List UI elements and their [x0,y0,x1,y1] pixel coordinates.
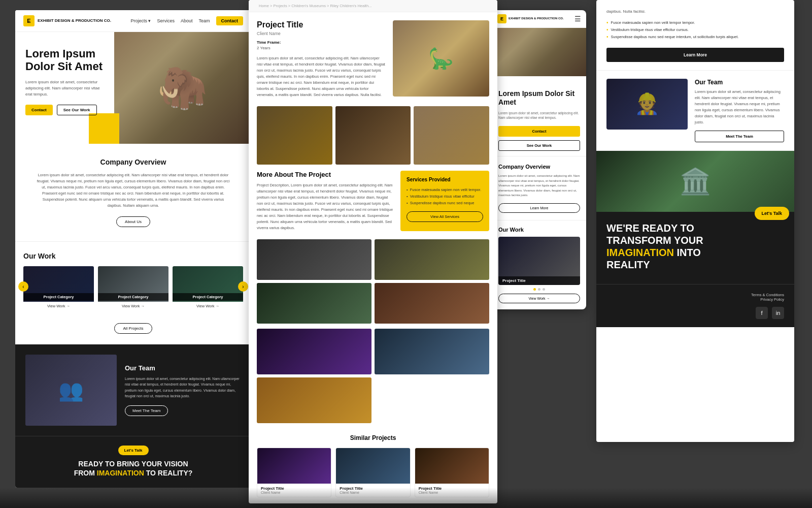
dot-3[interactable] [543,288,545,291]
work-grid: ‹ Project Category View Work → Project C… [23,266,243,317]
nav-team[interactable]: Team [198,18,210,23]
left-panel-desktop: E EXHIBIT DESIGN & PRODUCTION CO. Projec… [15,10,251,488]
far-cta-heading: WE'RE READY TO TRANSFORM YOUR IMAGINATIO… [606,222,784,271]
hero-title: Lorem Ipsum Dolor Sit Amet [25,47,104,73]
logo-box: E [23,15,35,26]
bullet-text-2: Vestibulum tristique risus vitae efficit… [611,27,689,32]
gallery-image-9 [375,329,489,374]
work-card-link-3[interactable]: View Work → [173,304,243,308]
hero-buttons: Contact See Our Work [25,105,104,115]
bullet-dot-2: • [606,27,608,33]
team-title: Our Team [125,364,241,372]
footer-privacy[interactable]: Privacy Policy [606,297,784,302]
ready-cta-section: Let's Talk READY TO BRING YOUR VISION FR… [15,436,251,488]
project-header-image: 🦕 [393,20,489,97]
lets-talk-bubble[interactable]: Let's Talk [118,446,149,455]
far-team-image-content: 👷 [606,79,688,130]
nav-about[interactable]: About [181,18,193,23]
hero-work-button[interactable]: See Our Work [57,105,97,115]
project-gallery-row1 [249,106,497,171]
work-card-link-2[interactable]: View Work → [98,304,168,308]
mobile-hero: Lorem Ipsum Dolor Sit Amet Lorem ipsum d… [492,82,586,156]
footer-terms[interactable]: Terms & Conditions [606,293,784,297]
work-card-label-1: Project Category [23,293,94,301]
ready-line1: READY TO BRING YOUR VISION [78,460,188,468]
far-cta-line3: INTO [677,247,701,258]
project-header-left: Project Title Client Name Time Frame: 2 … [257,20,386,98]
ready-text: READY TO BRING YOUR VISION FROM IMAGINAT… [25,459,241,478]
work-card-3: Project Category View Work → [173,266,243,317]
far-team-image: 👷 [606,79,688,130]
client-name: Client Name [257,31,386,36]
mobile-nav: E EXHIBIT DESIGN & PRODUCTION CO. ☰ [492,10,586,28]
mobile-contact-button[interactable]: Contact [498,126,580,137]
similar-project-title-2: Project Title [340,486,406,491]
similar-grid: Project Title Client Name Project Title … [257,448,489,497]
bullet-item-2: • Vestibulum tristique risus vitae effic… [606,26,784,34]
facebook-icon[interactable]: f [756,307,768,319]
project-header: Project Title Client Name Time Frame: 2 … [249,12,497,106]
gallery-image-8 [257,329,371,374]
far-right-bullet-list: • Fusce malesuada sapien non velit tempo… [606,19,784,41]
nav-links: Projects ▾ Services About Team Contact [130,16,243,25]
mobile-hero-title: Lorem Ipsum Dolor Sit Amet [498,89,580,107]
meet-team-button[interactable]: Meet The Team [125,405,168,416]
carousel-left-arrow[interactable]: ‹ [18,281,28,292]
far-meet-team-button[interactable]: Meet The Team [695,131,784,142]
similar-card-3[interactable]: Project Title Client Name [415,448,489,497]
all-projects-wrapper: All Projects [23,323,243,334]
view-all-services-button[interactable]: View All Services [407,211,483,222]
dot-2[interactable] [538,288,540,291]
similar-card-2[interactable]: Project Title Client Name [335,448,410,497]
work-card-2: Project Category View Work → [98,266,168,317]
far-cta-line1: WE'RE READY TO [606,223,694,234]
all-projects-button[interactable]: All Projects [114,323,152,334]
work-card-link-1[interactable]: View Work → [23,304,94,308]
hamburger-icon[interactable]: ☰ [574,15,581,23]
similar-projects-title: Similar Projects [257,434,489,441]
hero-contact-button[interactable]: Contact [25,105,53,115]
similar-client-1: Client Name [261,491,327,494]
project-title: Project Title [257,20,386,29]
project-gallery-row2 [249,239,497,329]
mobile-company-overview: Company Overview Lorem ipsum dolor sit a… [492,156,586,220]
mobile-work-project-title: Project Title [502,278,576,283]
company-overview-title: Company Overview [36,158,231,166]
far-right-intro-text: dapibus. Nulla facilisi. [606,8,784,15]
far-cta-line2: TRANSFORM YOUR [606,235,703,246]
mobile-learn-button[interactable]: Learn More [498,203,580,213]
gallery-image-10 [257,377,371,423]
carousel-right-arrow[interactable]: › [238,281,248,292]
mobile-view-work-button[interactable]: View Work → [498,294,580,303]
bullet-text-3: Suspendisse dapibus nunc sed neque inter… [611,35,739,39]
nav-services[interactable]: Services [157,18,175,23]
company-overview-section: Company Overview Lorem ipsum dolor sit a… [15,144,251,242]
similar-card-1[interactable]: Project Title Client Name [257,448,331,497]
hero-left: Lorem Ipsum Dolor Sit Amet Lorem ipsum d… [15,32,114,144]
nav-projects[interactable]: Projects ▾ [130,18,151,23]
far-right-work-image: 🏛️ [596,151,794,212]
linkedin-icon[interactable]: in [772,307,784,319]
similar-card-image-3 [415,448,489,484]
about-us-button[interactable]: About Us [116,216,150,227]
mobile-logo-box: E [497,14,506,23]
project-about-section: More About The Project Project Descripti… [249,171,497,239]
hero-right [114,32,251,144]
breadcrumb: Home > Projects > Children's Museums > R… [249,0,497,12]
similar-project-title-1: Project Title [261,486,327,491]
far-right-team-section: 👷 Our Team Lorem ipsum dolor sit amet, c… [596,71,794,151]
mobile-work-title: Our Work [498,227,580,233]
bullet-item-1: • Fusce malesuada sapien non velit tempo… [606,19,784,26]
mobile-company-text: Lorem ipsum dolor sit amet, consectetur … [498,174,580,198]
hero-image [114,32,251,144]
footer-links: Terms & Conditions Privacy Policy [606,293,784,302]
similar-card-image-2 [336,448,410,484]
mobile-work-button[interactable]: See Our Work [498,140,580,151]
service-item-3: Suspendisse dapibus nunc sed neque [407,200,483,206]
gallery-image-7 [375,283,489,324]
far-right-learn-button[interactable]: Learn More [606,48,784,62]
far-team-text: Lorem ipsum dolor sit amet, consectetur … [695,89,784,125]
nav-contact-button[interactable]: Contact [216,16,244,25]
dot-1[interactable] [533,288,536,291]
footer-socials: f in [606,307,784,319]
